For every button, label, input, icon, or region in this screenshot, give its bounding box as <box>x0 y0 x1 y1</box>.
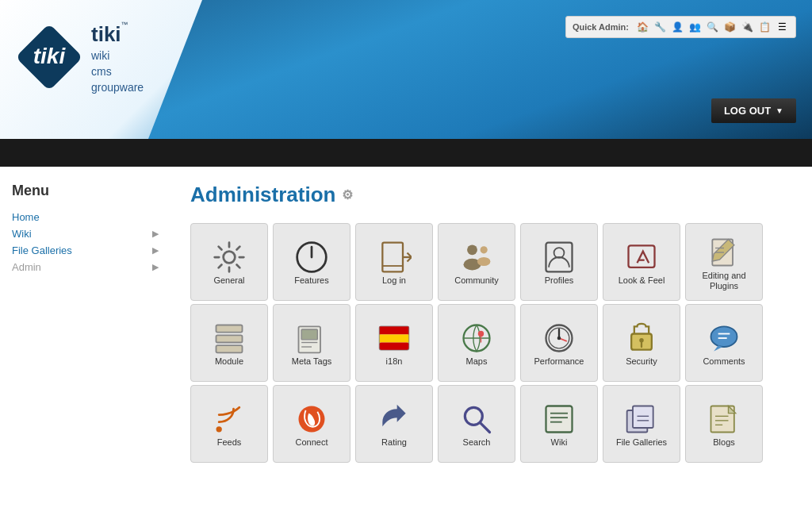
quick-user-icon[interactable]: 👤 <box>670 20 684 34</box>
quick-users-icon[interactable]: 👥 <box>688 20 702 34</box>
logo-tm: ™ <box>121 20 128 30</box>
tile-icon-community <box>458 239 495 275</box>
settings-icon[interactable]: ⚙ <box>342 187 353 202</box>
quick-admin-bar: Quick Admin: 🏠 🔧 👤 👥 🔍 📦 🔌 📋 ☰ <box>565 16 796 38</box>
admin-grid: General Features Log in Community Profil… <box>190 223 792 463</box>
admin-tile-general[interactable]: General <box>190 223 268 301</box>
logo-sub2: cms <box>91 64 144 80</box>
svg-rect-14 <box>629 246 655 268</box>
nav-bar <box>0 139 812 167</box>
tile-icon-lookfeel <box>623 239 660 275</box>
tile-label-performance: Performance <box>534 356 584 367</box>
admin-tile-i18n[interactable]: i18n <box>355 304 433 382</box>
admin-tile-lookfeel[interactable]: Look & Feel <box>603 223 680 301</box>
svg-rect-20 <box>216 336 243 343</box>
admin-tile-rating[interactable]: Rating <box>355 385 433 463</box>
quick-module-icon[interactable]: 📦 <box>722 20 737 34</box>
logo-sub3: groupware <box>91 80 144 96</box>
admin-tile-wiki2[interactable]: Wiki <box>520 385 598 463</box>
admin-tile-blogs[interactable]: Blogs <box>685 385 763 463</box>
logo-sub1: wiki <box>91 48 144 64</box>
svg-rect-23 <box>301 329 317 340</box>
logout-label: LOG OUT <box>724 105 771 117</box>
sidebar-link-filegalleries[interactable]: File Galleries <box>12 244 72 256</box>
sidebar-link-admin[interactable]: Admin <box>12 261 41 273</box>
admin-tile-security[interactable]: Security <box>603 304 680 382</box>
admin-tile-feeds[interactable]: Feeds <box>190 385 268 463</box>
admin-tile-connect[interactable]: Connect <box>273 385 350 463</box>
sidebar-item-home[interactable]: Home <box>12 209 159 225</box>
tile-label-feeds: Feeds <box>217 437 242 448</box>
tile-icon-security <box>623 320 660 356</box>
quick-plugin-icon[interactable]: 🔌 <box>740 20 754 34</box>
tile-label-i18n: i18n <box>386 356 403 367</box>
quick-menu-icon[interactable]: ☰ <box>775 20 789 34</box>
quick-home-icon[interactable]: 🏠 <box>635 20 649 34</box>
admin-tile-editing[interactable]: Editing and Plugins <box>685 223 763 301</box>
svg-rect-19 <box>216 325 243 333</box>
tile-label-module: Module <box>215 356 243 367</box>
tile-label-lookfeel: Look & Feel <box>619 275 665 286</box>
admin-tile-metatags[interactable]: Meta Tags <box>273 304 350 382</box>
svg-point-46 <box>216 427 222 433</box>
sidebar-arrow-admin: ▶ <box>152 262 159 272</box>
quick-search-icon[interactable]: 🔍 <box>705 20 719 34</box>
page-title: Administration ⚙ <box>190 183 792 207</box>
tile-label-editing: Editing and Plugins <box>689 271 759 291</box>
tile-icon-performance <box>541 320 577 356</box>
tile-icon-rating <box>376 401 412 437</box>
tile-icon-comments <box>706 320 742 356</box>
header: tiki tiki ™ wiki cms groupware Quick Adm… <box>0 0 812 139</box>
admin-tile-performance[interactable]: Performance <box>520 304 598 382</box>
svg-point-42 <box>711 327 737 348</box>
tile-label-wiki2: Wiki <box>551 437 568 448</box>
quick-admin-label: Quick Admin: <box>573 22 629 32</box>
admin-tile-maps[interactable]: Maps <box>438 304 515 382</box>
tile-label-connect: Connect <box>296 437 328 448</box>
svg-point-11 <box>477 257 491 266</box>
logo-text: tiki ™ wiki cms groupware <box>91 20 144 95</box>
admin-tile-features[interactable]: Features <box>273 223 350 301</box>
tile-label-filegalleries: File Galleries <box>616 437 667 448</box>
sidebar-link-wiki[interactable]: Wiki <box>12 228 32 240</box>
tile-icon-general <box>211 239 247 275</box>
admin-tile-login[interactable]: Log in <box>355 223 433 301</box>
svg-point-38 <box>557 337 561 341</box>
admin-tile-module[interactable]: Module <box>190 304 268 382</box>
sidebar-item-wiki[interactable]: Wiki ▶ <box>12 225 159 242</box>
admin-tile-search[interactable]: Search <box>438 385 515 463</box>
content-area: Administration ⚙ General Features Log in… <box>170 167 812 508</box>
svg-rect-27 <box>380 327 409 335</box>
sidebar-item-filegalleries[interactable]: File Galleries ▶ <box>12 242 159 259</box>
tile-label-metatags: Meta Tags <box>292 356 332 367</box>
svg-text:tiki: tiki <box>33 44 67 68</box>
tile-icon-features <box>293 239 330 275</box>
tile-label-profiles: Profiles <box>545 275 574 286</box>
svg-point-32 <box>478 331 484 337</box>
admin-tile-filegalleries[interactable]: File Galleries <box>603 385 680 463</box>
sidebar-item-admin[interactable]: Admin ▶ <box>12 259 159 275</box>
tile-label-general: General <box>213 275 244 286</box>
admin-tile-comments[interactable]: Comments <box>685 304 763 382</box>
sidebar-link-home[interactable]: Home <box>12 211 40 223</box>
tile-label-blogs: Blogs <box>713 437 735 448</box>
admin-tile-profiles[interactable]: Profiles <box>520 223 598 301</box>
logout-button[interactable]: LOG OUT ▼ <box>711 98 796 123</box>
svg-point-10 <box>481 247 488 254</box>
tile-label-features: Features <box>294 275 328 286</box>
tile-label-rating: Rating <box>381 437 407 448</box>
tile-icon-filegalleries <box>623 401 660 437</box>
main-layout: Menu Home Wiki ▶ File Galleries ▶ Admin … <box>0 167 812 508</box>
logo-name: tiki <box>91 20 121 48</box>
tile-icon-i18n <box>376 320 412 356</box>
tile-icon-profiles <box>541 239 577 275</box>
admin-tile-community[interactable]: Community <box>438 223 515 301</box>
tiki-logo-diamond: tiki <box>16 24 83 91</box>
tile-icon-feeds <box>211 401 247 437</box>
quick-key-icon[interactable]: 🔧 <box>653 20 667 34</box>
logo-area: tiki tiki ™ wiki cms groupware <box>16 12 144 95</box>
tile-label-comments: Comments <box>703 356 745 367</box>
quick-list-icon[interactable]: 📋 <box>757 20 772 34</box>
tile-label-security: Security <box>626 356 657 367</box>
svg-rect-5 <box>382 243 403 272</box>
